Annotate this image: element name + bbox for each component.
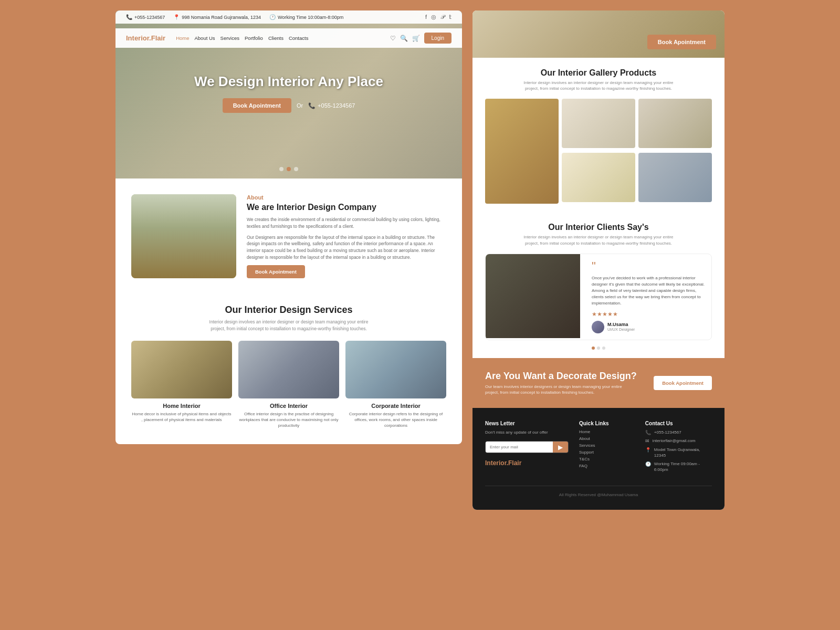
nav-clients[interactable]: Clients xyxy=(268,35,284,41)
service-name-home: Home Interior xyxy=(131,403,232,409)
quicklinks-title: Quick Links xyxy=(579,421,635,426)
twitter-icon[interactable]: 𝕥 xyxy=(449,14,452,20)
hero-actions: Book Apointment Or 📞 +055-1234567 xyxy=(116,98,462,113)
about-image xyxy=(131,194,236,278)
footer-link-faq[interactable]: FAQ xyxy=(579,464,635,468)
gallery-img-4 xyxy=(562,153,635,202)
topbar-socials: f ◎ 𝒫 𝕥 xyxy=(425,14,452,20)
gallery-img-2 xyxy=(562,99,635,148)
gallery-img-5 xyxy=(638,153,712,202)
clients-title: Our Interior Clients Say's xyxy=(485,223,712,232)
about-label: About xyxy=(247,194,446,201)
service-name-corporate: Corporate Interior xyxy=(345,403,446,409)
nav-actions: ♡ 🔍 🛒 Login xyxy=(390,33,452,44)
right-top-image: Book Apointment xyxy=(472,10,724,58)
wishlist-icon[interactable]: ♡ xyxy=(390,35,396,42)
service-img-home xyxy=(131,341,232,398)
about-desc-2: Our Designers are responsible for the la… xyxy=(247,234,446,261)
search-icon[interactable]: 🔍 xyxy=(400,35,408,42)
footer-top: News Letter Don't miss any update of our… xyxy=(485,421,712,475)
about-book-button[interactable]: Book Apointment xyxy=(247,265,305,278)
clock-icon: 🕐 xyxy=(269,14,276,20)
testimonial-author: M.Usama UI/UX Designer xyxy=(592,321,706,333)
test-dot-2[interactable] xyxy=(597,346,600,350)
contact-phone-text: +055-1234567 xyxy=(654,429,681,435)
phone-icon-hero: 📞 xyxy=(308,102,316,109)
footer-link-services[interactable]: Services xyxy=(579,443,635,448)
about-section: About We are Interior Design Company We … xyxy=(116,178,462,294)
newsletter-input[interactable] xyxy=(486,442,553,453)
instagram-icon[interactable]: ◎ xyxy=(431,14,436,20)
nav-home[interactable]: Home xyxy=(176,35,189,41)
dot-1[interactable] xyxy=(279,167,284,171)
nav-about[interactable]: About Us xyxy=(195,35,215,41)
hero-section: 📞 +055-1234567 📍 998 Nomania Road Gujran… xyxy=(116,10,462,178)
clients-section: Our Interior Clients Say's Interior desi… xyxy=(472,214,724,358)
footer-link-home[interactable]: Home xyxy=(579,429,635,434)
testimonial-stars: ★★★★★ xyxy=(592,311,706,318)
gallery-section: Our Interior Gallery Products Interior d… xyxy=(472,58,724,214)
left-panel: 📞 +055-1234567 📍 998 Nomania Road Gujran… xyxy=(116,10,462,444)
hero-phone: 📞 +055-1234567 xyxy=(308,102,355,109)
dot-2[interactable] xyxy=(287,167,291,171)
topbar: 📞 +055-1234567 📍 998 Nomania Road Gujran… xyxy=(116,10,462,24)
testimonial-role: UI/UX Designer xyxy=(607,327,635,332)
contact-address-item: 📍 Model Town Gujranwala, 12345 xyxy=(645,447,712,458)
right-panel: Book Apointment Our Interior Gallery Pro… xyxy=(472,10,724,510)
services-title: Our Interior Design Services xyxy=(131,304,446,316)
right-book-button[interactable]: Book Apointment xyxy=(647,35,716,49)
facebook-icon[interactable]: f xyxy=(425,14,427,20)
footer-link-about[interactable]: About xyxy=(579,436,635,441)
contact-phone-item: 📞 +055-1234567 xyxy=(645,429,712,435)
contact-address-icon: 📍 xyxy=(645,447,651,453)
gallery-img-3 xyxy=(638,99,712,148)
topbar-address-text: 998 Nomania Road Gujranwala, 1234 xyxy=(182,15,261,20)
pinterest-icon[interactable]: 𝒫 xyxy=(440,14,445,20)
logo-text: Interior xyxy=(126,34,149,42)
dot-3[interactable] xyxy=(294,167,298,171)
contact-email-icon: ✉ xyxy=(645,438,649,444)
testimonial-avatar xyxy=(592,321,604,333)
cart-icon[interactable]: 🛒 xyxy=(412,35,420,42)
footer-contact-col: Contact Us 📞 +055-1234567 ✉ interiorflai… xyxy=(645,421,712,475)
testimonial-name: M.Usama xyxy=(607,322,635,327)
footer-copyright: All Rights Reserved @Muhammad Usama xyxy=(485,486,712,497)
navbar: Interior.Flair Home About Us Services Po… xyxy=(116,28,462,48)
nav-portfolio[interactable]: Portfolio xyxy=(245,35,263,41)
newsletter-submit-button[interactable]: ▶ xyxy=(553,442,568,453)
test-dot-1[interactable] xyxy=(592,346,595,350)
logo-accent: .Flair xyxy=(149,34,165,42)
contact-email-text: interiorflair@gmail.com xyxy=(653,438,696,444)
topbar-phone: 📞 +055-1234567 xyxy=(126,14,165,20)
topbar-hours: 🕐 Working Time 10:00am-8:00pm xyxy=(269,14,343,20)
footer: News Letter Don't miss any update of our… xyxy=(472,408,724,510)
contact-phone-icon: 📞 xyxy=(645,430,651,435)
nav-contacts[interactable]: Contacts xyxy=(289,35,309,41)
nav-services[interactable]: Services xyxy=(220,35,239,41)
newsletter-desc: Don't miss any update of our offer xyxy=(485,429,569,436)
service-card-corporate: Corporate Interior Corporate interior de… xyxy=(345,341,446,429)
phone-icon: 📞 xyxy=(126,14,132,20)
contact-email-item: ✉ interiorflair@gmail.com xyxy=(645,438,712,444)
cta-title: Are You Want a Decorate Design? xyxy=(485,371,645,382)
footer-link-tcs[interactable]: T&Cs xyxy=(579,457,635,461)
topbar-phone-text: +055-1234567 xyxy=(134,15,165,20)
testimonial-dots xyxy=(485,346,712,350)
login-button[interactable]: Login xyxy=(424,33,452,44)
test-dot-3[interactable] xyxy=(602,346,605,350)
gallery-desc: Interior design involves an interior des… xyxy=(520,80,677,91)
footer-quicklinks-col: Quick Links Home About Services Support … xyxy=(579,421,635,475)
topbar-hours-text: Working Time 10:00am-8:00pm xyxy=(278,15,343,20)
cta-book-button[interactable]: Book Apointment xyxy=(654,376,712,390)
hero-or-text: Or xyxy=(297,102,303,109)
services-grid: Home Interior Home decor is inclusive of… xyxy=(131,341,446,429)
cta-text: Are You Want a Decorate Design? Our team… xyxy=(485,371,645,395)
footer-newsletter-col: News Letter Don't miss any update of our… xyxy=(485,421,569,475)
footer-link-support[interactable]: Support xyxy=(579,450,635,455)
footer-logo: Interior.Flair xyxy=(485,459,569,467)
hero-content: We Design Interior Any Place Book Apoint… xyxy=(116,74,462,113)
service-card-home: Home Interior Home decor is inclusive of… xyxy=(131,341,232,429)
newsletter-title: News Letter xyxy=(485,421,569,426)
service-desc-corporate: Corporate interior design refers to the … xyxy=(345,411,446,429)
hero-book-button[interactable]: Book Apointment xyxy=(223,98,291,113)
